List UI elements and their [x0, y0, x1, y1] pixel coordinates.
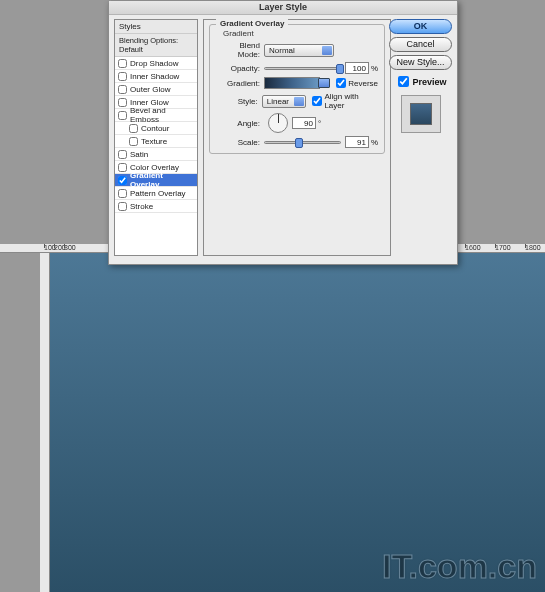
vertical-ruler [40, 250, 50, 592]
style-checkbox[interactable] [118, 85, 127, 94]
reverse-checkbox[interactable] [336, 78, 346, 88]
button-column: OK Cancel New Style... Preview [389, 19, 452, 133]
style-gradient-overlay[interactable]: Gradient Overlay [115, 174, 197, 187]
blend-mode-label: Blend Mode: [216, 41, 264, 59]
new-style-button[interactable]: New Style... [389, 55, 452, 70]
style-outer-glow[interactable]: Outer Glow [115, 83, 197, 96]
gradient-label: Gradient: [216, 79, 264, 88]
preview-toggle[interactable]: Preview [389, 73, 452, 90]
canvas-background [40, 250, 545, 592]
opacity-slider[interactable] [264, 67, 341, 70]
styles-list-panel: Styles Blending Options: Default Drop Sh… [114, 19, 198, 256]
gradient-style-select[interactable]: Linear [262, 95, 307, 108]
style-checkbox[interactable] [118, 163, 127, 172]
layer-style-dialog: Layer Style Styles Blending Options: Def… [108, 0, 458, 265]
style-label: Style: [216, 97, 262, 106]
group-title: Gradient Overlay [216, 19, 288, 28]
ok-button[interactable]: OK [389, 19, 452, 34]
angle-input[interactable]: 90 [292, 117, 316, 129]
blending-options-item[interactable]: Blending Options: Default [115, 34, 197, 57]
style-texture[interactable]: Texture [115, 135, 197, 148]
gradient-picker[interactable] [264, 77, 320, 89]
preview-checkbox[interactable] [398, 76, 409, 87]
settings-panel: Gradient Overlay Gradient Blend Mode: No… [203, 19, 391, 256]
style-checkbox[interactable] [118, 189, 127, 198]
scale-input[interactable]: 91 [345, 136, 369, 148]
style-checkbox[interactable] [129, 137, 138, 146]
style-checkbox[interactable] [118, 150, 127, 159]
style-checkbox[interactable] [118, 111, 127, 120]
scale-slider[interactable] [264, 141, 341, 144]
cancel-button[interactable]: Cancel [389, 37, 452, 52]
preview-thumbnail [410, 103, 432, 125]
angle-dial[interactable] [268, 113, 288, 133]
style-checkbox[interactable] [129, 124, 138, 133]
dialog-title: Layer Style [109, 1, 457, 15]
style-checkbox[interactable] [118, 59, 127, 68]
style-satin[interactable]: Satin [115, 148, 197, 161]
styles-header[interactable]: Styles [115, 20, 197, 34]
opacity-label: Opacity: [216, 64, 264, 73]
blend-mode-select[interactable]: Normal [264, 44, 334, 57]
preview-swatch [401, 95, 441, 133]
style-checkbox[interactable] [118, 202, 127, 211]
style-pattern-overlay[interactable]: Pattern Overlay [115, 187, 197, 200]
scale-label: Scale: [216, 138, 264, 147]
style-inner-shadow[interactable]: Inner Shadow [115, 70, 197, 83]
style-drop-shadow[interactable]: Drop Shadow [115, 57, 197, 70]
angle-label: Angle: [216, 119, 264, 128]
opacity-input[interactable]: 100 [345, 62, 369, 74]
style-checkbox[interactable] [118, 176, 127, 185]
style-checkbox[interactable] [118, 72, 127, 81]
group-subtitle: Gradient [220, 29, 257, 38]
style-bevel-emboss[interactable]: Bevel and Emboss [115, 109, 197, 122]
style-checkbox[interactable] [118, 98, 127, 107]
style-stroke[interactable]: Stroke [115, 200, 197, 213]
align-checkbox[interactable] [312, 96, 322, 106]
